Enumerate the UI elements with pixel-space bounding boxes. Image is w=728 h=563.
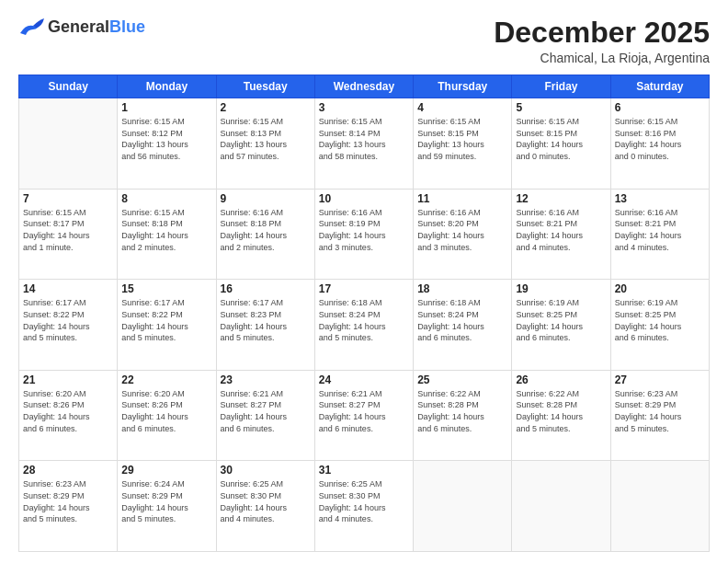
day-info: Sunrise: 6:15 AM Sunset: 8:13 PM Dayligh… — [221, 116, 311, 162]
day-number: 2 — [221, 101, 311, 114]
day-number: 22 — [121, 373, 211, 386]
day-number: 7 — [23, 192, 113, 205]
day-number: 19 — [516, 282, 606, 295]
calendar-cell: 8Sunrise: 6:15 AM Sunset: 8:18 PM Daylig… — [118, 189, 216, 280]
day-info: Sunrise: 6:19 AM Sunset: 8:25 PM Dayligh… — [615, 297, 705, 343]
calendar-table: Sunday Monday Tuesday Wednesday Thursday… — [18, 75, 710, 552]
col-friday: Friday — [512, 75, 610, 98]
day-number: 17 — [319, 282, 409, 295]
day-number: 29 — [121, 464, 211, 477]
calendar-cell: 22Sunrise: 6:20 AM Sunset: 8:26 PM Dayli… — [118, 370, 216, 461]
day-info: Sunrise: 6:16 AM Sunset: 8:20 PM Dayligh… — [417, 207, 507, 253]
col-tuesday: Tuesday — [216, 75, 314, 98]
week-row-1: 1Sunrise: 6:15 AM Sunset: 8:12 PM Daylig… — [19, 98, 710, 190]
calendar-cell — [610, 461, 709, 552]
day-number: 16 — [221, 282, 311, 295]
calendar-cell: 14Sunrise: 6:17 AM Sunset: 8:22 PM Dayli… — [19, 280, 118, 371]
calendar-cell: 19Sunrise: 6:19 AM Sunset: 8:25 PM Dayli… — [512, 280, 610, 371]
calendar-cell: 15Sunrise: 6:17 AM Sunset: 8:22 PM Dayli… — [118, 280, 216, 371]
day-info: Sunrise: 6:22 AM Sunset: 8:28 PM Dayligh… — [516, 388, 606, 434]
day-info: Sunrise: 6:15 AM Sunset: 8:15 PM Dayligh… — [417, 116, 507, 162]
week-row-3: 14Sunrise: 6:17 AM Sunset: 8:22 PM Dayli… — [19, 280, 710, 371]
calendar-cell: 7Sunrise: 6:15 AM Sunset: 8:17 PM Daylig… — [19, 189, 118, 280]
day-number: 3 — [319, 101, 409, 114]
day-info: Sunrise: 6:25 AM Sunset: 8:30 PM Dayligh… — [221, 478, 311, 524]
day-info: Sunrise: 6:21 AM Sunset: 8:27 PM Dayligh… — [319, 388, 409, 434]
calendar-cell: 24Sunrise: 6:21 AM Sunset: 8:27 PM Dayli… — [314, 370, 413, 461]
calendar-cell: 5Sunrise: 6:15 AM Sunset: 8:15 PM Daylig… — [512, 98, 610, 190]
day-number: 11 — [417, 192, 507, 205]
day-info: Sunrise: 6:24 AM Sunset: 8:29 PM Dayligh… — [121, 478, 211, 524]
calendar-header-row: Sunday Monday Tuesday Wednesday Thursday… — [19, 75, 710, 98]
page: GeneralBlue December 2025 Chamical, La R… — [0, 0, 728, 563]
day-number: 14 — [23, 282, 113, 295]
calendar-cell: 28Sunrise: 6:23 AM Sunset: 8:29 PM Dayli… — [19, 461, 118, 552]
day-number: 4 — [417, 101, 507, 114]
calendar-cell: 13Sunrise: 6:16 AM Sunset: 8:21 PM Dayli… — [610, 189, 709, 280]
col-monday: Monday — [118, 75, 216, 98]
day-number: 30 — [221, 464, 311, 477]
day-info: Sunrise: 6:16 AM Sunset: 8:21 PM Dayligh… — [516, 207, 606, 253]
title-block: December 2025 Chamical, La Rioja, Argent… — [494, 17, 710, 65]
month-title: December 2025 — [494, 17, 710, 49]
day-number: 1 — [121, 101, 211, 114]
location-subtitle: Chamical, La Rioja, Argentina — [494, 51, 710, 65]
col-thursday: Thursday — [414, 75, 512, 98]
day-number: 27 — [615, 373, 705, 386]
calendar-cell — [512, 461, 610, 552]
day-number: 24 — [319, 373, 409, 386]
day-info: Sunrise: 6:23 AM Sunset: 8:29 PM Dayligh… — [23, 478, 113, 524]
calendar-cell: 4Sunrise: 6:15 AM Sunset: 8:15 PM Daylig… — [414, 98, 512, 190]
calendar-cell: 23Sunrise: 6:21 AM Sunset: 8:27 PM Dayli… — [216, 370, 314, 461]
day-info: Sunrise: 6:16 AM Sunset: 8:19 PM Dayligh… — [319, 207, 409, 253]
calendar-cell: 21Sunrise: 6:20 AM Sunset: 8:26 PM Dayli… — [19, 370, 118, 461]
day-number: 20 — [615, 282, 705, 295]
week-row-4: 21Sunrise: 6:20 AM Sunset: 8:26 PM Dayli… — [19, 370, 710, 461]
day-number: 13 — [615, 192, 705, 205]
calendar-cell — [19, 98, 118, 190]
day-number: 12 — [516, 192, 606, 205]
day-number: 18 — [417, 282, 507, 295]
logo-general: General — [48, 17, 109, 36]
day-info: Sunrise: 6:25 AM Sunset: 8:30 PM Dayligh… — [319, 478, 409, 524]
week-row-2: 7Sunrise: 6:15 AM Sunset: 8:17 PM Daylig… — [19, 189, 710, 280]
day-info: Sunrise: 6:20 AM Sunset: 8:26 PM Dayligh… — [121, 388, 211, 434]
calendar-cell: 10Sunrise: 6:16 AM Sunset: 8:19 PM Dayli… — [314, 189, 413, 280]
calendar-cell: 16Sunrise: 6:17 AM Sunset: 8:23 PM Dayli… — [216, 280, 314, 371]
day-number: 8 — [121, 192, 211, 205]
day-info: Sunrise: 6:15 AM Sunset: 8:18 PM Dayligh… — [121, 207, 211, 253]
calendar-cell: 27Sunrise: 6:23 AM Sunset: 8:29 PM Dayli… — [610, 370, 709, 461]
day-info: Sunrise: 6:22 AM Sunset: 8:28 PM Dayligh… — [417, 388, 507, 434]
day-number: 26 — [516, 373, 606, 386]
calendar-cell: 30Sunrise: 6:25 AM Sunset: 8:30 PM Dayli… — [216, 461, 314, 552]
day-number: 25 — [417, 373, 507, 386]
day-number: 23 — [221, 373, 311, 386]
calendar-cell: 3Sunrise: 6:15 AM Sunset: 8:14 PM Daylig… — [314, 98, 413, 190]
calendar-cell: 2Sunrise: 6:15 AM Sunset: 8:13 PM Daylig… — [216, 98, 314, 190]
day-info: Sunrise: 6:15 AM Sunset: 8:15 PM Dayligh… — [516, 116, 606, 162]
col-saturday: Saturday — [610, 75, 709, 98]
day-info: Sunrise: 6:18 AM Sunset: 8:24 PM Dayligh… — [417, 297, 507, 343]
calendar-cell: 25Sunrise: 6:22 AM Sunset: 8:28 PM Dayli… — [414, 370, 512, 461]
day-info: Sunrise: 6:17 AM Sunset: 8:23 PM Dayligh… — [221, 297, 311, 343]
day-info: Sunrise: 6:20 AM Sunset: 8:26 PM Dayligh… — [23, 388, 113, 434]
calendar-cell: 20Sunrise: 6:19 AM Sunset: 8:25 PM Dayli… — [610, 280, 709, 371]
header: GeneralBlue December 2025 Chamical, La R… — [18, 17, 710, 65]
day-number: 10 — [319, 192, 409, 205]
day-number: 6 — [615, 101, 705, 114]
day-info: Sunrise: 6:19 AM Sunset: 8:25 PM Dayligh… — [516, 297, 606, 343]
day-info: Sunrise: 6:15 AM Sunset: 8:17 PM Dayligh… — [23, 207, 113, 253]
calendar-cell: 1Sunrise: 6:15 AM Sunset: 8:12 PM Daylig… — [118, 98, 216, 190]
calendar-cell: 9Sunrise: 6:16 AM Sunset: 8:18 PM Daylig… — [216, 189, 314, 280]
calendar-cell: 6Sunrise: 6:15 AM Sunset: 8:16 PM Daylig… — [610, 98, 709, 190]
day-number: 15 — [121, 282, 211, 295]
calendar-cell: 26Sunrise: 6:22 AM Sunset: 8:28 PM Dayli… — [512, 370, 610, 461]
calendar-cell: 17Sunrise: 6:18 AM Sunset: 8:24 PM Dayli… — [314, 280, 413, 371]
day-info: Sunrise: 6:15 AM Sunset: 8:16 PM Dayligh… — [615, 116, 705, 162]
day-number: 21 — [23, 373, 113, 386]
logo-text: GeneralBlue — [48, 17, 145, 37]
col-wednesday: Wednesday — [314, 75, 413, 98]
calendar-cell: 18Sunrise: 6:18 AM Sunset: 8:24 PM Dayli… — [414, 280, 512, 371]
col-sunday: Sunday — [19, 75, 118, 98]
day-info: Sunrise: 6:16 AM Sunset: 8:21 PM Dayligh… — [615, 207, 705, 253]
